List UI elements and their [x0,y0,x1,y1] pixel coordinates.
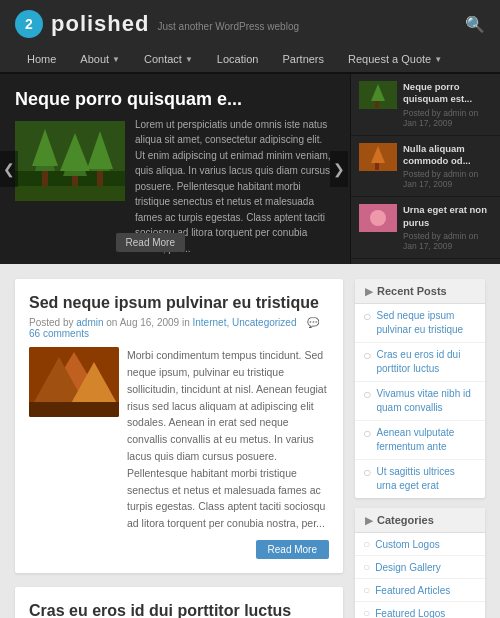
hero-read-more-button[interactable]: Read More [116,233,185,252]
post-thumbnail [29,347,119,417]
svg-rect-26 [29,402,119,417]
site-title: polished [51,11,149,37]
category-item: ○ Custom Logos [355,533,485,556]
categories-title: ▶ Categories [355,508,485,533]
bullet-icon: ○ [363,606,370,618]
hero-thumb-item[interactable]: Neque porro quisquam est... Posted by ad… [351,74,500,136]
svg-rect-11 [15,186,125,201]
hero-thumbnail-list: Neque porro quisquam est... Posted by ad… [350,74,500,264]
hero-thumb-item[interactable]: Nulla aliquam commodo od... Posted by ad… [351,136,500,198]
meta-in: in [182,317,193,328]
bullet-icon: ○ [363,386,371,402]
svg-rect-14 [375,101,379,108]
sidebar-post-item: ○ Sed neque ipsum pulvinar eu tristique [355,304,485,343]
svg-rect-4 [42,171,48,186]
bullet-icon: ○ [363,583,370,597]
nav-item-home[interactable]: Home [15,46,68,72]
recent-posts-icon: ▶ [365,286,373,297]
category-item: ○ Design Gallery [355,556,485,579]
sidebar-post-item: ○ Ut sagittis ultrices urna eget erat [355,460,485,498]
post-item: Sed neque ipsum pulvinar eu tristique Po… [15,279,343,573]
thumb-text-2: Nulla aliquam commodo od... Posted by ad… [403,143,492,190]
logo-area: 2 polished Just another WordPress weblog… [15,10,485,38]
meta-prefix: Posted by [29,317,73,328]
sidebar-post-item: ○ Aenean vulputate fermentum ante [355,421,485,460]
post-title: Cras eu eros id dui porttitor luctus [29,601,329,618]
comment-icon: 💬 [307,317,319,328]
main-navigation: Home About ▼ Contact ▼ Location Partners… [15,46,485,72]
recent-posts-title: ▶ Recent Posts [355,279,485,304]
post-title: Sed neque ipsum pulvinar eu tristique [29,293,329,312]
svg-point-19 [370,210,386,226]
bullet-icon: ○ [363,464,371,480]
sidebar-post-item: ○ Vivamus vitae nibh id quam convallis [355,382,485,421]
slider-prev-button[interactable]: ❮ [0,151,18,187]
svg-rect-10 [97,171,103,186]
hero-thumb-item[interactable]: Vestibulum eu dui eget di... Posted by a… [351,259,500,264]
bullet-icon: ○ [363,537,370,551]
thumb-image-1 [359,81,397,109]
bullet-icon: ○ [363,560,370,574]
post-meta: Posted by admin on Aug 16, 2009 in Inter… [29,317,329,339]
meta-on: on [106,317,119,328]
categories-widget: ▶ Categories ○ Custom Logos ○ Design Gal… [355,508,485,618]
thumb-image-3 [359,204,397,232]
sidebar: ▶ Recent Posts ○ Sed neque ipsum pulvina… [355,279,485,618]
categories-icon: ▶ [365,515,373,526]
svg-rect-17 [375,163,379,170]
site-header: 2 polished Just another WordPress weblog… [0,0,500,74]
post-footer: Read More [29,540,329,559]
posts-column: Sed neque ipsum pulvinar eu tristique Po… [15,279,343,618]
thumb-text-3: Urna eget erat non purus Posted by admin… [403,204,492,251]
thumb-text-1: Neque porro quisquam est... Posted by ad… [403,81,492,128]
sidebar-post-item: ○ Cras eu eros id dui porttitor luctus [355,343,485,382]
logo-icon: 2 [15,10,43,38]
hero-thumb-item[interactable]: Urna eget erat non purus Posted by admin… [351,197,500,259]
hero-title: Neque porro quisquam e... [15,89,335,111]
hero-image [15,121,125,201]
post-comments[interactable]: 66 comments [29,328,89,339]
hero-slider: ❮ Neque porro quisquam e... [0,74,500,264]
read-more-button[interactable]: Read More [256,540,329,559]
category-item: ○ Featured Articles [355,579,485,602]
nav-item-partners[interactable]: Partners [270,46,336,72]
bullet-icon: ○ [363,347,371,363]
nav-item-quote[interactable]: Request a Quote ▼ [336,46,454,72]
post-categories[interactable]: Internet, Uncategorized [193,317,297,328]
nav-item-contact[interactable]: Contact ▼ [132,46,205,72]
site-tagline: Just another WordPress weblog [157,21,299,32]
bullet-icon: ○ [363,308,371,324]
post-author[interactable]: admin [76,317,103,328]
nav-item-location[interactable]: Location [205,46,271,72]
slider-next-button[interactable]: ❯ [330,151,348,187]
post-text: Morbi condimentum tempus tincidunt. Sed … [127,347,329,532]
search-icon[interactable]: 🔍 [465,15,485,34]
post-item: Cras eu eros id dui porttitor luctus Pos… [15,587,343,618]
bullet-icon: ○ [363,425,371,441]
post-date: Aug 16, 2009 [120,317,180,328]
hero-main-content: Neque porro quisquam e... [0,74,350,264]
category-item: ○ Featured Logos [355,602,485,618]
recent-posts-widget: ▶ Recent Posts ○ Sed neque ipsum pulvina… [355,279,485,498]
nav-item-about[interactable]: About ▼ [68,46,132,72]
thumb-image-2 [359,143,397,171]
post-body: Morbi condimentum tempus tincidunt. Sed … [29,347,329,532]
content-area: Sed neque ipsum pulvinar eu tristique Po… [0,264,500,618]
